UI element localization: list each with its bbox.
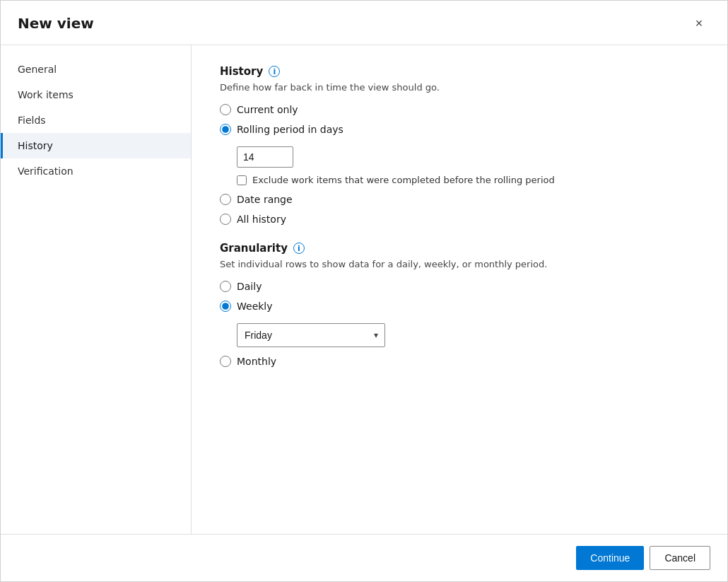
granularity-radio-daily[interactable] [220, 281, 231, 292]
close-icon: × [695, 16, 703, 31]
granularity-radio-monthly[interactable] [220, 356, 231, 367]
history-options: Current only Rolling period in days [220, 104, 699, 225]
rolling-period-sub-options: Exclude work items that were completed b… [237, 146, 699, 185]
dialog-header: New view × [1, 1, 727, 45]
granularity-option-daily[interactable]: Daily [220, 281, 699, 292]
history-radio-current-only[interactable] [220, 104, 231, 115]
granularity-section: Granularity i Set individual rows to sho… [220, 242, 699, 367]
granularity-option-weekly[interactable]: Weekly [220, 301, 699, 312]
main-content: History i Define how far back in time th… [192, 45, 727, 534]
sidebar-item-verification[interactable]: Verification [1, 158, 191, 184]
sidebar-item-general[interactable]: General [1, 57, 191, 82]
day-select-wrap: Monday Tuesday Wednesday Thursday Friday… [237, 323, 385, 347]
dialog-body: General Work items Fields History Verifi… [1, 45, 727, 534]
history-description: Define how far back in time the view sho… [220, 82, 699, 93]
history-section: History i Define how far back in time th… [220, 65, 699, 225]
sidebar: General Work items Fields History Verifi… [1, 45, 192, 534]
history-option-rolling-period[interactable]: Rolling period in days [220, 124, 699, 135]
history-option-date-range[interactable]: Date range [220, 194, 699, 205]
granularity-options: Daily Weekly Monday Tuesday Wed [220, 281, 699, 367]
weekly-sub-options: Monday Tuesday Wednesday Thursday Friday… [237, 323, 699, 347]
sidebar-item-fields[interactable]: Fields [1, 107, 191, 133]
dialog-title: New view [18, 15, 94, 32]
granularity-radio-weekly[interactable] [220, 301, 231, 312]
history-option-all-history[interactable]: All history [220, 214, 699, 225]
granularity-info-icon[interactable]: i [293, 243, 305, 254]
sidebar-item-history[interactable]: History [1, 133, 191, 158]
history-radio-all-history[interactable] [220, 214, 231, 225]
history-title: History i [220, 65, 699, 78]
sidebar-item-work-items[interactable]: Work items [1, 82, 191, 107]
granularity-description: Set individual rows to show data for a d… [220, 259, 699, 269]
dialog-footer: Continue Cancel [1, 534, 727, 581]
rolling-period-input[interactable] [237, 146, 293, 168]
cancel-button[interactable]: Cancel [650, 546, 710, 570]
day-of-week-select[interactable]: Monday Tuesday Wednesday Thursday Friday… [237, 323, 385, 347]
history-radio-date-range[interactable] [220, 194, 231, 205]
close-button[interactable]: × [688, 12, 710, 35]
history-option-current-only[interactable]: Current only [220, 104, 699, 115]
exclude-checkbox[interactable] [237, 175, 247, 185]
exclude-checkbox-label[interactable]: Exclude work items that were completed b… [237, 175, 699, 185]
history-radio-rolling-period[interactable] [220, 124, 231, 135]
rolling-period-value-wrap [237, 146, 699, 168]
new-view-dialog: New view × General Work items Fields His… [0, 0, 728, 582]
granularity-option-monthly[interactable]: Monthly [220, 356, 699, 367]
granularity-title: Granularity i [220, 242, 699, 255]
history-info-icon[interactable]: i [269, 66, 280, 77]
continue-button[interactable]: Continue [576, 546, 644, 570]
